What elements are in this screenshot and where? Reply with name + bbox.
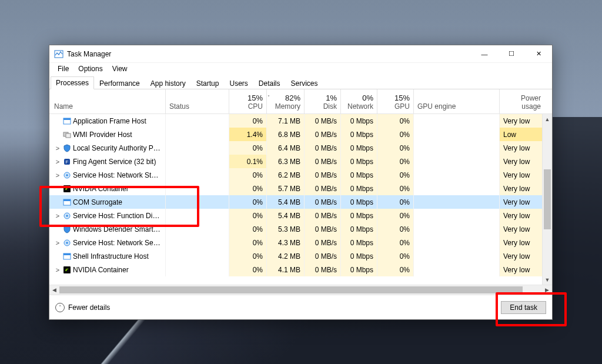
- process-name: COM Surrogate: [73, 198, 162, 206]
- col-name[interactable]: Name: [49, 89, 166, 113]
- table-row[interactable]: >Service Host: Network Service0%4.3 MB0 …: [49, 236, 552, 249]
- fewer-details-button[interactable]: ˄ Fewer details: [55, 303, 110, 312]
- tab-processes[interactable]: Processes: [51, 76, 94, 89]
- nvidia-icon: [62, 265, 72, 275]
- process-name-cell[interactable]: >FFing Agent Service (32 bit): [49, 155, 166, 168]
- col-status[interactable]: Status: [166, 89, 229, 113]
- power-usage-cell: Very low: [500, 222, 544, 236]
- cpu-cell: 0%: [229, 168, 267, 182]
- process-name-cell[interactable]: >Local Security Authority Process...: [49, 141, 166, 155]
- power-usage-cell: Very low: [500, 209, 544, 222]
- close-button[interactable]: ✕: [525, 45, 552, 63]
- hscroll-thumb[interactable]: [59, 286, 523, 293]
- process-name-cell[interactable]: >NVIDIA Container: [49, 263, 166, 276]
- table-row[interactable]: COM Surrogate0%5.4 MB0 MB/s0 Mbps0%Very …: [49, 195, 552, 209]
- expand-toggle-icon[interactable]: >: [54, 239, 61, 246]
- fing-icon: F: [62, 157, 72, 166]
- expand-toggle-icon[interactable]: >: [54, 145, 61, 152]
- scroll-down-icon[interactable]: ▼: [543, 275, 552, 285]
- tab-details[interactable]: Details: [253, 77, 286, 89]
- tab-services[interactable]: Services: [286, 77, 323, 89]
- menu-options[interactable]: Options: [73, 64, 107, 74]
- expand-toggle-icon[interactable]: >: [54, 266, 61, 273]
- gpu-cell: 0%: [377, 209, 414, 222]
- horizontal-scrollbar[interactable]: ◀ ▶: [49, 285, 552, 295]
- scroll-track[interactable]: [543, 124, 552, 275]
- tab-performance[interactable]: Performance: [94, 77, 145, 89]
- svg-text:F: F: [66, 159, 69, 165]
- power-usage-cell: Very low: [500, 236, 544, 249]
- col-gpu[interactable]: 15%GPU: [377, 89, 414, 113]
- table-row[interactable]: Windows Defender SmartScreen0%5.3 MB0 MB…: [49, 222, 552, 236]
- disk-cell: 0 MB/s: [305, 155, 341, 168]
- disk-cell: 0 MB/s: [305, 263, 341, 276]
- table-row[interactable]: >Service Host: Function Discover...0%5.4…: [49, 209, 552, 222]
- menu-view[interactable]: View: [108, 64, 132, 74]
- process-name-cell[interactable]: Windows Defender SmartScreen: [49, 222, 166, 236]
- process-name-cell[interactable]: >Service Host: Function Discover...: [49, 209, 166, 222]
- process-name-cell[interactable]: >Service Host: Network Service: [49, 236, 166, 249]
- shield-icon: [62, 225, 72, 234]
- scroll-up-icon[interactable]: ▲: [543, 114, 552, 124]
- tab-app-history[interactable]: App history: [145, 77, 191, 89]
- process-name-cell[interactable]: COM Surrogate: [49, 195, 166, 209]
- col-power-usage[interactable]: Power usage: [500, 89, 544, 113]
- network-cell: 0 Mbps: [341, 182, 377, 195]
- titlebar[interactable]: Task Manager — ☐ ✕: [49, 45, 552, 63]
- expand-toggle-icon[interactable]: >: [54, 172, 61, 179]
- col-memory[interactable]: ˅82%Memory: [267, 89, 305, 113]
- scroll-thumb[interactable]: [544, 169, 551, 229]
- table-row[interactable]: >Local Security Authority Process...0%6.…: [49, 141, 552, 155]
- expand-toggle-icon[interactable]: >: [54, 158, 61, 165]
- gpu-cell: 0%: [377, 155, 414, 168]
- col-network[interactable]: 0%Network: [341, 89, 377, 113]
- status-cell: [166, 182, 229, 195]
- memory-cell: 6.4 MB: [267, 141, 305, 155]
- process-name-cell[interactable]: WMI Provider Host: [49, 128, 166, 141]
- table-row[interactable]: WMI Provider Host1.4%6.8 MB0 MB/s0 Mbps0…: [49, 128, 552, 141]
- process-name-cell[interactable]: Shell Infrastructure Host: [49, 249, 166, 263]
- memory-cell: 4.2 MB: [267, 249, 305, 263]
- table-row[interactable]: >Service Host: Network Store Inte...0%6.…: [49, 168, 552, 182]
- process-name-cell[interactable]: >Service Host: Network Store Inte...: [49, 168, 166, 182]
- cpu-cell: 0%: [229, 114, 267, 128]
- sort-indicator-icon: ˅: [267, 95, 270, 100]
- expand-toggle-icon[interactable]: >: [54, 212, 61, 219]
- column-headers: Name Status 15%CPU ˅82%Memory 1%Disk 0%N…: [49, 89, 552, 114]
- minimize-button[interactable]: —: [471, 45, 498, 63]
- cpu-cell: 0%: [229, 141, 267, 155]
- col-cpu[interactable]: 15%CPU: [229, 89, 267, 113]
- svg-rect-2: [63, 118, 71, 120]
- process-name-cell[interactable]: NVIDIA Container: [49, 182, 166, 195]
- disk-cell: 0 MB/s: [305, 236, 341, 249]
- power-usage-cell: Very low: [500, 141, 544, 155]
- process-name: Fing Agent Service (32 bit): [73, 158, 162, 166]
- col-disk[interactable]: 1%Disk: [305, 89, 341, 113]
- gpu-engine-cell: [414, 263, 500, 276]
- menu-file[interactable]: File: [53, 64, 73, 74]
- gpu-engine-cell: [414, 209, 500, 222]
- table-row[interactable]: >FFing Agent Service (32 bit)0.1%6.3 MB0…: [49, 155, 552, 168]
- col-gpu-engine[interactable]: GPU engine: [414, 89, 500, 113]
- power-usage-cell: Very low: [500, 263, 544, 276]
- hscroll-track[interactable]: [59, 285, 542, 295]
- table-row[interactable]: Application Frame Host0%7.1 MB0 MB/s0 Mb…: [49, 114, 552, 128]
- vertical-scrollbar[interactable]: ▲ ▼: [542, 114, 552, 285]
- process-name: Application Frame Host: [73, 117, 162, 125]
- power-usage-cell: Very low: [500, 155, 544, 168]
- fewer-details-label: Fewer details: [68, 303, 110, 312]
- scroll-right-icon[interactable]: ▶: [542, 287, 552, 293]
- network-cell: 0 Mbps: [341, 128, 377, 141]
- tab-startup[interactable]: Startup: [191, 77, 225, 89]
- memory-cell: 4.1 MB: [267, 263, 305, 276]
- table-row[interactable]: NVIDIA Container0%5.7 MB0 MB/s0 Mbps0%Ve…: [49, 182, 552, 195]
- table-row[interactable]: >NVIDIA Container0%4.1 MB0 MB/s0 Mbps0%V…: [49, 263, 552, 276]
- end-task-button[interactable]: End task: [501, 301, 546, 314]
- process-name: Service Host: Network Store Inte...: [73, 171, 162, 179]
- scroll-left-icon[interactable]: ◀: [49, 287, 59, 293]
- tab-users[interactable]: Users: [224, 77, 253, 89]
- table-row[interactable]: Shell Infrastructure Host0%4.2 MB0 MB/s0…: [49, 249, 552, 263]
- maximize-button[interactable]: ☐: [498, 45, 525, 63]
- process-name-cell[interactable]: Application Frame Host: [49, 114, 166, 128]
- svg-point-8: [66, 174, 68, 176]
